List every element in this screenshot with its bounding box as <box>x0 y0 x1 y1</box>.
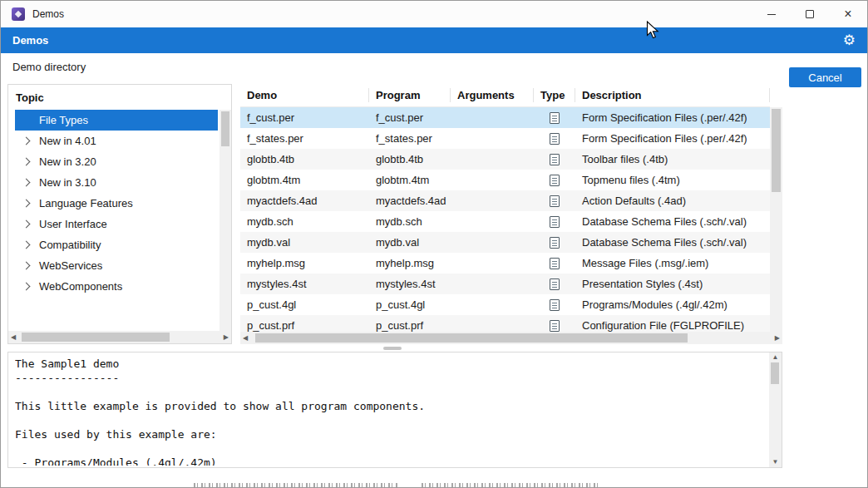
table-row[interactable]: mydb.valmydb.valDatabase Schema Files (.… <box>240 232 770 253</box>
topic-item-label: WebComponents <box>39 280 122 293</box>
table-horizontal-scrollbar[interactable]: ◀ ▶ <box>240 332 782 344</box>
chevron-right-icon[interactable] <box>22 262 31 270</box>
scrollbar-thumb[interactable] <box>221 111 229 146</box>
chevron-right-icon[interactable] <box>22 137 31 145</box>
program-cell: f_cust.per <box>369 111 451 124</box>
window-controls: × <box>752 1 867 27</box>
demo-cell: f_states.per <box>240 132 369 145</box>
document-icon <box>550 258 560 269</box>
scrollbar-thumb[interactable] <box>255 333 688 343</box>
topic-item-compatibility[interactable]: Compatibility <box>15 234 218 255</box>
document-icon <box>550 133 560 145</box>
column-header-program[interactable]: Program <box>369 88 451 102</box>
program-cell: mydb.sch <box>369 215 451 228</box>
description-cell: Message Files (.msg/.iem) <box>575 257 770 269</box>
column-header-demo[interactable]: Demo <box>240 88 369 102</box>
demo-cell: globtm.4tm <box>240 174 369 186</box>
document-icon <box>550 216 560 228</box>
splitter-handle[interactable] <box>383 347 402 350</box>
maximize-icon <box>806 10 814 18</box>
cancel-button[interactable]: Cancel <box>789 67 861 87</box>
table-row[interactable]: p_cust.4glp_cust.4glPrograms/Modules (.4… <box>240 294 770 315</box>
demo-table-panel: DemoProgramArgumentsTypeDescription f_cu… <box>240 84 782 344</box>
titlebar[interactable]: Demos × <box>1 1 867 27</box>
topic-item-language-features[interactable]: Language Features <box>15 193 218 214</box>
description-panel: The Sample1 demo ---------------- This l… <box>7 352 782 468</box>
topic-item-file-types[interactable]: File Types <box>15 110 218 131</box>
topic-item-webcomponents[interactable]: WebComponents <box>15 276 218 297</box>
chevron-right-icon[interactable] <box>22 158 31 166</box>
description-text[interactable]: The Sample1 demo ---------------- This l… <box>15 357 767 466</box>
demo-cell: p_cust.4gl <box>240 298 369 311</box>
table-row[interactable]: mystyles.4stmystyles.4stPresentation Sty… <box>240 274 770 294</box>
scroll-right-icon[interactable]: ▶ <box>221 334 231 341</box>
topic-item-label: New in 3.10 <box>39 176 96 189</box>
program-cell: f_states.per <box>369 132 451 145</box>
topic-vertical-scrollbar[interactable] <box>219 110 231 331</box>
scrollbar-thumb[interactable] <box>772 109 781 192</box>
type-cell <box>534 320 575 332</box>
scroll-right-icon[interactable]: ▶ <box>772 335 782 342</box>
column-header-arguments[interactable]: Arguments <box>451 88 534 102</box>
demo-cell: p_cust.prf <box>240 319 369 332</box>
demo-cell: myhelp.msg <box>240 257 369 269</box>
maximize-button[interactable] <box>791 1 829 27</box>
scrollbar-thumb[interactable] <box>771 362 779 384</box>
chevron-right-icon[interactable] <box>22 283 31 291</box>
type-cell <box>534 258 575 269</box>
type-cell <box>534 175 575 186</box>
demos-window: Demos × Demos ⚙ Demo directory Cancel To… <box>0 0 868 488</box>
scroll-down-icon[interactable]: ▼ <box>770 459 782 466</box>
type-cell <box>534 299 575 311</box>
table-row[interactable]: globtb.4tbglobtb.4tbToolbar files (.4tb) <box>240 149 770 170</box>
table-row[interactable]: mydb.schmydb.schDatabase Schema Files (.… <box>240 211 770 232</box>
table-row[interactable]: p_cust.prfp_cust.prfConfiguration File (… <box>240 315 770 332</box>
chevron-right-icon[interactable] <box>22 241 31 249</box>
topic-item-new-in-3-10[interactable]: New in 3.10 <box>15 172 218 193</box>
app-icon <box>12 7 25 21</box>
scrollbar-thumb[interactable] <box>22 333 170 342</box>
table-row[interactable]: f_cust.perf_cust.perForm Specification F… <box>240 107 770 128</box>
description-cell: Form Specification Files (.per/.42f) <box>575 111 770 124</box>
chevron-right-icon[interactable] <box>22 200 31 208</box>
table-body: f_cust.perf_cust.perForm Specification F… <box>240 107 770 332</box>
close-button[interactable]: × <box>829 1 867 27</box>
topic-item-webservices[interactable]: WebServices <box>15 255 218 276</box>
table-row[interactable]: myactdefs.4admyactdefs.4adAction Default… <box>240 190 770 211</box>
description-vertical-scrollbar[interactable]: ▲ ▼ <box>769 352 782 467</box>
description-cell: Configuration File (FGLPROFILE) <box>575 319 770 332</box>
chevron-right-icon[interactable] <box>22 179 31 187</box>
type-cell <box>534 279 575 290</box>
column-header-type[interactable]: Type <box>534 88 575 102</box>
program-cell: myhelp.msg <box>369 257 451 269</box>
table-row[interactable]: f_states.perf_states.perForm Specificati… <box>240 128 770 149</box>
demo-cell: mystyles.4st <box>240 278 369 290</box>
demo-directory-label: Demo directory <box>12 61 86 73</box>
scroll-up-icon[interactable]: ▲ <box>770 354 782 361</box>
topic-horizontal-scrollbar[interactable]: ◀ ▶ <box>8 331 231 343</box>
chevron-right-icon[interactable] <box>22 220 31 229</box>
topic-item-user-interface[interactable]: User Interface <box>15 214 218 234</box>
topic-item-label: New in 4.01 <box>39 135 96 147</box>
description-cell: Database Schema Files (.sch/.val) <box>575 236 770 249</box>
clipped-text-fragment <box>194 483 398 488</box>
document-icon <box>550 237 560 249</box>
program-cell: globtb.4tb <box>369 153 451 165</box>
program-cell: mydb.val <box>369 236 451 249</box>
scroll-left-icon[interactable]: ◀ <box>240 335 250 342</box>
topic-item-new-in-3-20[interactable]: New in 3.20 <box>15 151 218 172</box>
topic-item-new-in-4-01[interactable]: New in 4.01 <box>15 131 218 151</box>
document-icon <box>550 299 560 311</box>
document-icon <box>550 112 560 124</box>
table-row[interactable]: myhelp.msgmyhelp.msgMessage Files (.msg/… <box>240 253 770 274</box>
minimize-button[interactable] <box>752 1 791 27</box>
table-vertical-scrollbar[interactable] <box>770 107 782 332</box>
program-cell: p_cust.4gl <box>369 298 451 311</box>
scroll-left-icon[interactable]: ◀ <box>8 334 18 341</box>
gear-icon[interactable]: ⚙ <box>843 33 856 47</box>
column-header-description[interactable]: Description <box>575 88 770 102</box>
topic-panel: Topic File TypesNew in 4.01New in 3.20Ne… <box>7 84 232 344</box>
topic-item-label: File Types <box>39 114 88 126</box>
table-row[interactable]: globtm.4tmglobtm.4tmTopmenu files (.4tm) <box>240 170 770 190</box>
demo-cell: mydb.val <box>240 236 369 249</box>
